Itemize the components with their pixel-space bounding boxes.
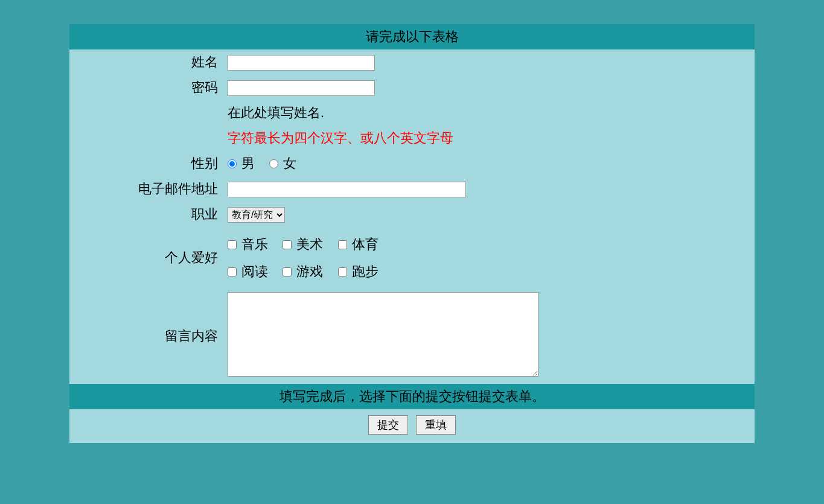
field-email (225, 180, 755, 197)
field-gender: 男 女 (225, 155, 755, 173)
row-message: 留言内容 (69, 289, 755, 384)
checkbox-reading[interactable] (228, 267, 237, 276)
checkbox-game[interactable] (283, 267, 292, 276)
row-hobby: 个人爱好 音乐 美术 体育 阅读 游戏 跑步 (69, 227, 755, 289)
label-email: 电子邮件地址 (69, 180, 225, 198)
radio-female[interactable] (269, 159, 278, 168)
checkbox-running[interactable] (338, 267, 347, 276)
checkbox-music[interactable] (228, 240, 237, 249)
row-hint1: 在此处填写姓名. (69, 100, 755, 126)
field-hint1: 在此处填写姓名. (225, 104, 755, 122)
hobby-line-2: 阅读 游戏 跑步 (228, 258, 755, 285)
hobby-line-1: 音乐 美术 体育 (228, 231, 755, 258)
row-name: 姓名 (69, 49, 755, 75)
field-name (225, 54, 755, 71)
row-hint2: 字符最长为四个汉字、或八个英文字母 (69, 126, 755, 151)
form-title: 请完成以下表格 (366, 29, 459, 44)
form-container: 请完成以下表格 姓名 密码 在此处填写姓名. 字符最长为四个汉字、或八个英文字母… (69, 24, 755, 443)
field-message (225, 292, 755, 380)
checkbox-reading-label: 阅读 (241, 264, 268, 279)
label-occupation: 职业 (69, 205, 225, 223)
field-hobby: 音乐 美术 体育 阅读 游戏 跑步 (225, 231, 755, 285)
radio-male-label: 男 (241, 156, 255, 171)
footer-text: 填写完成后，选择下面的提交按钮提交表单。 (279, 389, 545, 404)
password-input[interactable] (228, 80, 375, 96)
field-password (225, 79, 755, 96)
checkbox-art-label: 美术 (296, 237, 323, 252)
name-input[interactable] (228, 55, 375, 71)
checkbox-sports-label: 体育 (352, 237, 378, 252)
button-row: 提交 重填 (69, 409, 755, 443)
checkbox-running-label: 跑步 (352, 264, 378, 279)
radio-female-label: 女 (283, 156, 296, 171)
reset-button[interactable]: 重填 (416, 415, 456, 435)
submit-button[interactable]: 提交 (368, 415, 408, 435)
label-password: 密码 (69, 78, 225, 97)
label-gender: 性别 (69, 155, 225, 173)
hint-limit: 字符最长为四个汉字、或八个英文字母 (228, 130, 453, 145)
checkbox-sports[interactable] (338, 240, 347, 249)
checkbox-game-label: 游戏 (296, 264, 323, 279)
row-gender: 性别 男 女 (69, 151, 755, 176)
label-message: 留言内容 (69, 327, 225, 345)
label-name: 姓名 (69, 53, 225, 71)
field-hint2: 字符最长为四个汉字、或八个英文字母 (225, 129, 755, 147)
email-input[interactable] (228, 182, 466, 197)
hint-name: 在此处填写姓名. (228, 105, 324, 120)
checkbox-music-label: 音乐 (241, 237, 268, 252)
row-occupation: 职业 教育/研究 (69, 202, 755, 227)
message-textarea[interactable] (228, 292, 538, 377)
row-password: 密码 (69, 75, 755, 100)
checkbox-art[interactable] (283, 240, 292, 249)
radio-male[interactable] (228, 159, 237, 168)
label-hobby: 个人爱好 (69, 249, 225, 267)
field-occupation: 教育/研究 (225, 206, 755, 223)
form-header: 请完成以下表格 (69, 24, 755, 49)
row-email: 电子邮件地址 (69, 176, 755, 202)
occupation-select[interactable]: 教育/研究 (228, 207, 285, 223)
form-footer-hint: 填写完成后，选择下面的提交按钮提交表单。 (69, 384, 755, 409)
